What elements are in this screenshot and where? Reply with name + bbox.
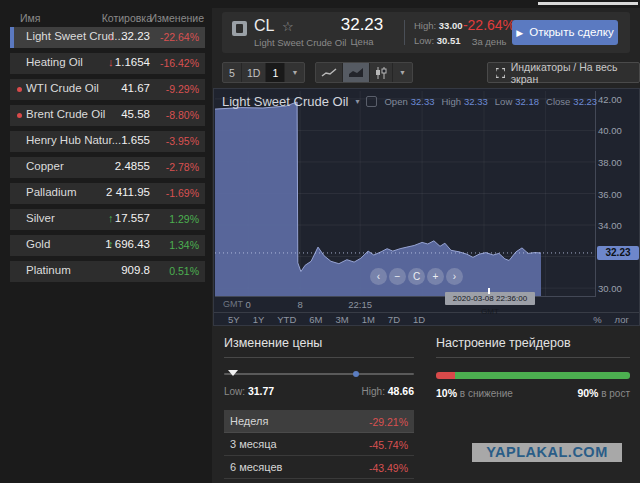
top-scrollbar[interactable] <box>538 2 638 5</box>
watchlist-header-quote[interactable]: Котировка <box>102 12 152 24</box>
scale-percent-button[interactable]: % <box>593 314 601 325</box>
sentiment-up-pct: 90% <box>577 387 598 399</box>
sentiment-up-label: в рост <box>601 388 630 399</box>
watchlist-header-name[interactable]: Имя <box>20 12 40 24</box>
instrument-name: Brent Crude Oil <box>26 108 105 120</box>
slider-track <box>224 373 414 375</box>
period-label: Неделя <box>230 415 268 427</box>
watchlist-row[interactable]: Gold↑1 696.431.34% <box>10 235 205 256</box>
chart-type-dropdown[interactable]: ▼ <box>393 63 412 82</box>
watchlist-row[interactable]: WTI Crude Oil41.67-9.29% <box>10 79 205 100</box>
range-button-1d[interactable]: 1D <box>413 314 425 325</box>
price-chart-svg[interactable] <box>215 91 595 296</box>
scale-log-button[interactable]: лог <box>615 314 629 325</box>
interval-dropdown[interactable]: ▼ <box>285 63 304 82</box>
slider-dot[interactable] <box>353 371 359 377</box>
interval-button-5[interactable]: 5 <box>223 63 242 82</box>
oil-barrel-icon <box>232 21 247 36</box>
instrument-change: -9.29% <box>166 83 199 95</box>
y-axis-label: 42.00 <box>598 94 640 105</box>
range-button-ytd[interactable]: YTD <box>277 314 296 325</box>
range-button-5y[interactable]: 5Y <box>228 314 240 325</box>
indicators-label: Индикаторы / На весь экран <box>511 61 631 85</box>
chart-legend: Light Sweet Crude Oil ▾ Open32.33High32.… <box>222 94 597 109</box>
chevron-down-icon: ▼ <box>399 69 406 76</box>
instrument-quote: 2 411.95 <box>106 186 150 198</box>
instrument-name: Henry Hub Natur... <box>26 134 121 146</box>
ohlc-value: 32.33 <box>411 96 435 107</box>
price-change-row[interactable]: Неделя-29.21% <box>224 410 414 433</box>
instrument-quote: 17.557 <box>115 212 150 224</box>
instrument-quote: 1.1654 <box>115 56 150 68</box>
ohlc-values: Open32.33High32.33Low32.18Close32.23 <box>384 96 597 107</box>
ohlc-item: Close32.23 <box>546 96 597 107</box>
range-button-1y[interactable]: 1Y <box>253 314 265 325</box>
watchlist-row[interactable]: Silver↑17.5571.29% <box>10 209 205 230</box>
x-axis-tick: 8 <box>297 299 302 310</box>
instrument-quote: 32.23 <box>121 30 150 42</box>
slider-pointer-icon[interactable] <box>228 370 238 376</box>
instrument-name: Heating Oil <box>26 56 83 68</box>
open-deal-label: Открыть сделку <box>529 26 613 38</box>
x-axis-line <box>215 296 595 297</box>
pan-left-button[interactable]: ‹ <box>370 268 387 285</box>
last-price-tag: 32.23 <box>597 246 639 260</box>
watchlist-header-change[interactable]: Изменение <box>149 12 204 24</box>
instrument-name: Silver <box>26 212 55 224</box>
trading-app: Имя Котировка Изменение Light Sweet Crud… <box>0 0 640 483</box>
instrument-quote: 1.655 <box>121 134 150 146</box>
area-chart-icon <box>348 67 364 78</box>
reset-chart-button[interactable]: C <box>408 268 425 285</box>
instrument-change: 1.29% <box>169 213 199 225</box>
watchlist-row[interactable]: Light Sweet Crud...↓32.23-22.64% <box>10 27 205 48</box>
range-selector-row: 5Y1YYTD6M3M1M7D1D%лог <box>214 312 639 326</box>
watchlist-row[interactable]: Henry Hub Natur...1.655-3.95% <box>10 131 205 152</box>
crosshair-axis-tick <box>488 288 490 294</box>
instrument-quote: 1 696.43 <box>105 238 150 250</box>
chart-legend-title[interactable]: Light Sweet Crude Oil <box>222 94 348 109</box>
price-change-row[interactable]: 3 месяца-45.74% <box>224 433 414 456</box>
symbol-header-card: CL ☆ Light Sweet Crude Oil 32.23 Цена Hi… <box>222 12 630 53</box>
low-label: Low: <box>414 35 434 46</box>
interval-button-1d[interactable]: 1D <box>242 63 266 82</box>
ohlc-label: High <box>442 96 462 107</box>
x-axis-labels[interactable]: GMT 0822:15 <box>215 298 595 312</box>
zoom-out-button[interactable]: − <box>389 268 406 285</box>
range-button-6m[interactable]: 6M <box>309 314 322 325</box>
snapshot-icon[interactable] <box>366 96 377 107</box>
indicators-fullscreen-button[interactable]: Индикаторы / На весь экран <box>487 62 640 83</box>
watchlist-row[interactable]: Brent Crude Oil45.58-8.80% <box>10 105 205 126</box>
interval-button-1[interactable]: 1 <box>266 63 285 82</box>
instrument-name: WTI Crude Oil <box>26 82 99 94</box>
watchlist-row[interactable]: Copper2.4855-2.78% <box>10 157 205 178</box>
candlestick-chart-button[interactable] <box>370 63 393 82</box>
ohlc-item: High32.33 <box>442 96 488 107</box>
price-change-row[interactable]: 6 месяцев-43.49% <box>224 456 414 479</box>
watchlist-row[interactable]: Palladium2 411.95-1.69% <box>10 183 205 204</box>
watermark: YAPLAKAL.COM <box>472 443 622 462</box>
range-button-1m[interactable]: 1M <box>362 314 375 325</box>
candlestick-icon <box>375 67 387 79</box>
ohlc-label: Open <box>384 96 407 107</box>
high-label: High: <box>414 20 436 31</box>
favorite-star-icon[interactable]: ☆ <box>282 19 294 34</box>
area-chart-button[interactable] <box>343 63 370 82</box>
watchlist-row[interactable]: Platinum909.80.51% <box>10 261 205 282</box>
chevron-down-icon[interactable]: ▾ <box>355 97 359 106</box>
line-chart-button[interactable] <box>316 63 343 82</box>
watchlist-rows: Light Sweet Crud...↓32.23-22.64%Heating … <box>0 27 212 282</box>
instrument-change: -3.95% <box>166 135 199 147</box>
price-range-slider[interactable] <box>224 370 414 378</box>
divider <box>404 20 405 45</box>
range-button-3m[interactable]: 3M <box>335 314 348 325</box>
zoom-in-button[interactable]: + <box>427 268 444 285</box>
price-chart-panel: Light Sweet Crude Oil ▾ Open32.33High32.… <box>213 88 640 326</box>
instrument-name: Copper <box>26 160 64 172</box>
period-label: 3 месяца <box>230 438 277 450</box>
pan-right-button[interactable]: › <box>446 268 463 285</box>
ohlc-item: Open32.33 <box>384 96 434 107</box>
current-price: 32.23 <box>330 15 394 35</box>
range-button-7d[interactable]: 7D <box>388 314 400 325</box>
open-deal-button[interactable]: ▶Открыть сделку <box>512 20 618 45</box>
watchlist-row[interactable]: Heating Oil↓1.1654-16.42% <box>10 53 205 74</box>
